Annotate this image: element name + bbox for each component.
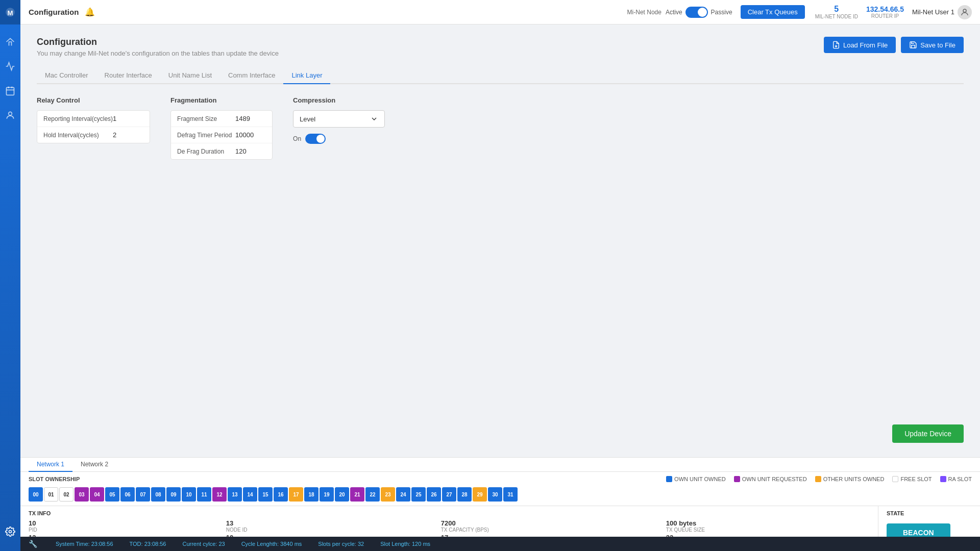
main-content: Configuration You may change Mil-Net nod… — [20, 24, 980, 551]
reporting-interval-row: Reporting Interval(cycles) 1 — [37, 111, 150, 127]
slot-12[interactable]: 12 — [212, 487, 227, 502]
slot-05[interactable]: 05 — [105, 487, 119, 502]
save-to-file-button[interactable]: Save to File — [901, 37, 964, 53]
svg-point-7 — [9, 531, 12, 533]
legend-dot-other-owned — [815, 476, 821, 482]
hold-interval-value: 2 — [113, 131, 143, 139]
reporting-interval-value: 1 — [113, 115, 143, 122]
active-label: Active — [666, 9, 682, 16]
config-tabs: Mac Controller Router Interface Unit Nam… — [37, 67, 964, 84]
config-sections: Relay Control Reporting Interval(cycles)… — [37, 96, 964, 160]
slot-17[interactable]: 17 — [289, 487, 303, 502]
system-time-item: System Time: 23:08:56 — [56, 541, 113, 547]
compression-toggle-switch[interactable] — [305, 134, 326, 144]
slot-10[interactable]: 10 — [182, 487, 196, 502]
slot-08[interactable]: 08 — [151, 487, 165, 502]
compression-toggle-group: On — [293, 134, 385, 144]
slot-14[interactable]: 14 — [243, 487, 257, 502]
current-cycle-value: 23 — [218, 541, 225, 547]
slot-19[interactable]: 19 — [320, 487, 334, 502]
slot-18[interactable]: 18 — [304, 487, 318, 502]
active-passive-toggle[interactable]: Active Passive — [666, 7, 732, 18]
slot-31[interactable]: 31 — [503, 487, 518, 502]
slot-23[interactable]: 23 — [381, 487, 395, 502]
tab-comm-interface[interactable]: Comm Interface — [220, 67, 283, 84]
slot-length-label: Slot Length: — [380, 541, 410, 547]
update-device-button[interactable]: Update Device — [892, 424, 964, 443]
slot-22[interactable]: 22 — [365, 487, 380, 502]
slot-ownership-panel: SLOT OWNERSHIP OWN UNIT OWNED OWN UNIT R… — [20, 472, 980, 506]
defrag-timer-value: 10000 — [235, 131, 266, 139]
fragment-size-row: Fragment Size 1489 — [171, 111, 272, 127]
legend-own-owned-label: OWN UNIT OWNED — [674, 476, 726, 482]
sidebar-item-monitor[interactable] — [0, 55, 20, 78]
sidebar-item-calendar[interactable] — [0, 80, 20, 102]
sidebar: M — [0, 0, 20, 551]
compression-level-dropdown[interactable]: Level — [293, 110, 385, 128]
legend-dot-own-requested — [734, 476, 740, 482]
slot-02[interactable]: 02 — [59, 487, 74, 502]
fragment-size-label: Fragment Size — [177, 115, 235, 122]
slot-21[interactable]: 21 — [350, 487, 364, 502]
clear-tx-queues-button[interactable]: Clear Tx Queues — [741, 5, 805, 19]
notification-bell[interactable]: 🔔 — [85, 7, 95, 17]
page-header: Configuration You may change Mil-Net nod… — [37, 37, 964, 57]
toggle-switch[interactable] — [685, 7, 708, 18]
slot-25[interactable]: 25 — [411, 487, 426, 502]
tab-unit-name-list[interactable]: Unit Name List — [160, 67, 220, 84]
relay-control-section: Relay Control Reporting Interval(cycles)… — [37, 96, 150, 160]
slot-24[interactable]: 24 — [396, 487, 410, 502]
update-btn-container: Update Device — [37, 416, 964, 449]
slot-length-value: 120 ms — [412, 541, 430, 547]
slot-03[interactable]: 03 — [75, 487, 89, 502]
sidebar-item-home[interactable] — [0, 31, 20, 53]
header-actions: Load From File Save to File — [824, 37, 964, 53]
compression-section: Compression Level On — [293, 96, 385, 160]
slot-00[interactable]: 00 — [29, 487, 43, 502]
slot-29[interactable]: 29 — [473, 487, 487, 502]
network-tab-1[interactable]: Network 1 — [29, 458, 72, 472]
network-tab-2[interactable]: Network 2 — [72, 458, 116, 472]
slot-07[interactable]: 07 — [136, 487, 150, 502]
user-avatar — [958, 5, 972, 19]
legend-own-requested: OWN UNIT REQUESTED — [734, 476, 807, 482]
tab-mac-controller[interactable]: Mac Controller — [37, 67, 96, 84]
slot-26[interactable]: 26 — [427, 487, 441, 502]
fragmentation-table: Fragment Size 1489 Defrag Timer Period 1… — [170, 110, 273, 160]
slot-09[interactable]: 09 — [166, 487, 181, 502]
status-bar: 🔧 System Time: 23:08:56 TOD: 23:08:56 Cu… — [20, 537, 980, 551]
slot-27[interactable]: 27 — [442, 487, 456, 502]
content-area: Configuration You may change Mil-Net nod… — [20, 24, 980, 457]
cycle-length-value: 3840 ms — [280, 541, 302, 547]
current-cycle-item: Current cylce: 23 — [182, 541, 225, 547]
slot-11[interactable]: 11 — [197, 487, 211, 502]
defrag-timer-row: Defrag Timer Period 10000 — [171, 127, 272, 143]
slot-06[interactable]: 06 — [120, 487, 135, 502]
slot-16[interactable]: 16 — [274, 487, 288, 502]
defrag-duration-value: 120 — [235, 147, 266, 155]
slot-28[interactable]: 28 — [457, 487, 472, 502]
slot-20[interactable]: 20 — [335, 487, 349, 502]
topbar-title: Configuration — [29, 8, 79, 16]
tx-pid-val: 10 PID — [29, 519, 214, 533]
tab-link-layer[interactable]: Link Layer — [283, 67, 330, 84]
slot-01[interactable]: 01 — [44, 487, 58, 502]
tx-info-title: TX INFO — [29, 510, 870, 516]
tx-capacity-val: 7200 TX CAPACITY (bps) — [441, 519, 654, 533]
node-id-info: 5 Mil-Net NODE ID — [815, 5, 858, 19]
sidebar-item-user[interactable] — [0, 104, 20, 127]
slot-legend: OWN UNIT OWNED OWN UNIT REQUESTED OTHER … — [666, 476, 972, 482]
sidebar-item-settings[interactable] — [0, 520, 20, 543]
slot-04[interactable]: 04 — [90, 487, 104, 502]
load-from-file-button[interactable]: Load From File — [824, 37, 896, 53]
slot-15[interactable]: 15 — [258, 487, 273, 502]
tod-label: TOD: — [130, 541, 143, 547]
legend-ra-slot: RA SLOT — [940, 476, 972, 482]
tab-router-interface[interactable]: Router Interface — [96, 67, 160, 84]
slot-30[interactable]: 30 — [488, 487, 502, 502]
compression-title: Compression — [293, 96, 385, 104]
slot-13[interactable]: 13 — [228, 487, 242, 502]
system-time-label: System Time: — [56, 541, 90, 547]
legend-dot-free — [892, 476, 898, 482]
node-id-label: Mil-Net NODE ID — [815, 14, 858, 19]
